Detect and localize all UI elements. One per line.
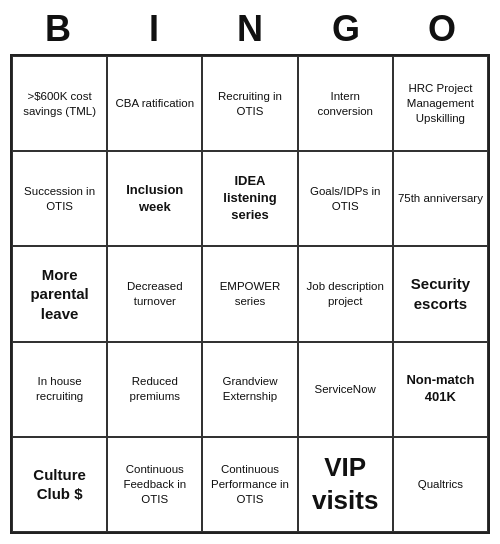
bingo-cell-17[interactable]: Grandview Externship: [202, 342, 297, 437]
bingo-cell-3[interactable]: Intern conversion: [298, 56, 393, 151]
bingo-cell-4[interactable]: HRC Project Management Upskilling: [393, 56, 488, 151]
bingo-cell-23[interactable]: VIP visits: [298, 437, 393, 532]
bingo-letter-o: O: [398, 8, 486, 50]
bingo-cell-18[interactable]: ServiceNow: [298, 342, 393, 437]
bingo-cell-11[interactable]: Decreased turnover: [107, 246, 202, 341]
bingo-cell-24[interactable]: Qualtrics: [393, 437, 488, 532]
bingo-cell-2[interactable]: Recruiting in OTIS: [202, 56, 297, 151]
bingo-cell-15[interactable]: In house recruiting: [12, 342, 107, 437]
bingo-cell-0[interactable]: >$600K cost savings (TML): [12, 56, 107, 151]
bingo-cell-13[interactable]: Job description project: [298, 246, 393, 341]
bingo-cell-8[interactable]: Goals/IDPs in OTIS: [298, 151, 393, 246]
bingo-cell-14[interactable]: Security escorts: [393, 246, 488, 341]
bingo-title: BINGO: [10, 0, 490, 54]
bingo-cell-5[interactable]: Succession in OTIS: [12, 151, 107, 246]
bingo-cell-7[interactable]: IDEA listening series: [202, 151, 297, 246]
bingo-letter-n: N: [206, 8, 294, 50]
bingo-letter-i: I: [110, 8, 198, 50]
bingo-letter-g: G: [302, 8, 390, 50]
bingo-grid: >$600K cost savings (TML)CBA ratificatio…: [10, 54, 490, 534]
bingo-letter-b: B: [14, 8, 102, 50]
bingo-cell-19[interactable]: Non-match 401K: [393, 342, 488, 437]
bingo-cell-9[interactable]: 75th anniversary: [393, 151, 488, 246]
bingo-cell-10[interactable]: More parental leave: [12, 246, 107, 341]
bingo-cell-12[interactable]: EMPOWER series: [202, 246, 297, 341]
bingo-cell-21[interactable]: Continuous Feedback in OTIS: [107, 437, 202, 532]
bingo-cell-22[interactable]: Continuous Performance in OTIS: [202, 437, 297, 532]
bingo-cell-1[interactable]: CBA ratification: [107, 56, 202, 151]
bingo-cell-6[interactable]: Inclusion week: [107, 151, 202, 246]
bingo-cell-20[interactable]: Culture Club $: [12, 437, 107, 532]
bingo-cell-16[interactable]: Reduced premiums: [107, 342, 202, 437]
